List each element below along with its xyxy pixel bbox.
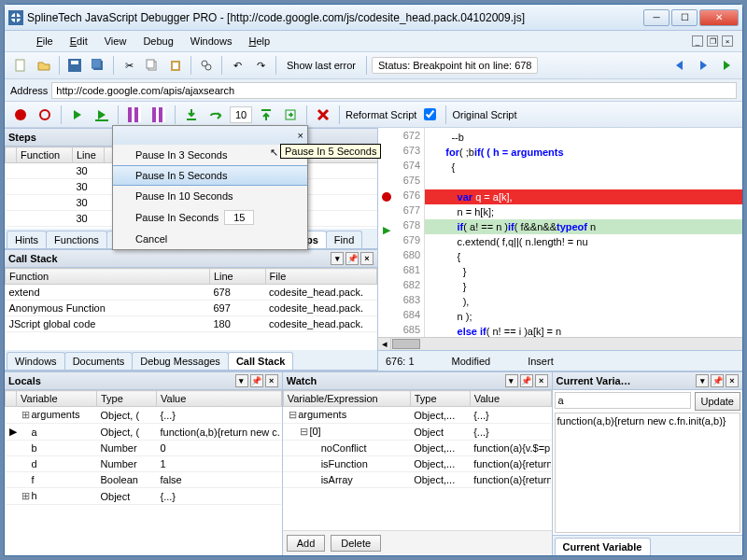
line-number-gutter: 6726736746756766776786796806816826836846… — [395, 128, 425, 337]
new-file-icon[interactable] — [10, 55, 31, 76]
panel-pin-icon[interactable]: 📌 — [711, 374, 724, 387]
redo-icon[interactable]: ↷ — [250, 55, 271, 76]
panel-close-icon[interactable]: × — [360, 252, 374, 265]
pause-10s-item[interactable]: Pause In 10 Seconds — [113, 186, 307, 206]
tab-windows[interactable]: Windows — [7, 352, 65, 370]
paste-icon[interactable] — [165, 55, 186, 76]
mdi-close-button[interactable]: × — [722, 35, 733, 47]
callstack-table[interactable]: FunctionLineFile extend678codesite_head.… — [5, 268, 377, 332]
curvar-update-button[interactable]: Update — [695, 392, 740, 411]
panel-menu-icon[interactable]: ▾ — [696, 374, 709, 387]
original-script-label[interactable]: Original Script — [452, 109, 516, 120]
tab-documents[interactable]: Documents — [64, 352, 134, 370]
main-toolbar: ✂ ↶ ↷ Show last error Status: Breakpoint… — [5, 51, 742, 79]
panel-close-icon[interactable]: × — [535, 374, 548, 387]
watch-delete-button[interactable]: Delete — [331, 535, 381, 552]
copy-icon[interactable] — [142, 55, 162, 76]
open-file-icon[interactable] — [34, 55, 54, 76]
step-return-icon[interactable] — [280, 105, 301, 125]
locals-table[interactable]: VariableTypeValue ⊞argumentsObject, ({..… — [5, 390, 282, 505]
table-row[interactable]: noConflictObject,...function(a){v.$=p;..… — [283, 441, 551, 456]
table-row[interactable]: extend678codesite_head.pack. — [6, 285, 377, 301]
panel-menu-icon[interactable]: ▾ — [235, 374, 248, 387]
breakpoint-gutter[interactable]: ▶ — [378, 128, 395, 337]
maximize-button[interactable]: ☐ — [671, 9, 698, 26]
table-row[interactable]: ⊞hObject{...} — [6, 488, 282, 505]
col-cs-line[interactable]: Line — [209, 269, 265, 285]
col-cs-file[interactable]: File — [265, 269, 376, 285]
table-row[interactable]: isFunctionObject,...function(a){return .… — [283, 456, 551, 472]
step-out-icon[interactable] — [256, 105, 276, 125]
col-cs-function[interactable]: Function — [6, 269, 210, 285]
menu-edit[interactable]: Edit — [63, 34, 95, 49]
watch-table[interactable]: Variable/ExpressionTypeValue ⊟argumentsO… — [283, 390, 552, 488]
table-row[interactable]: fBooleanfalse — [6, 472, 282, 488]
tab-debug-messages[interactable]: Debug Messages — [132, 352, 229, 370]
tab-call-stack[interactable]: Call Stack — [228, 352, 294, 370]
record-icon[interactable] — [10, 105, 31, 125]
status-text: Status: Breakpoint hit on line: 678 — [372, 57, 539, 74]
menu-help[interactable]: Help — [241, 34, 277, 49]
col-line[interactable]: Line — [73, 147, 105, 163]
stop-icon[interactable] — [313, 105, 333, 125]
show-last-error-button[interactable]: Show last error — [281, 58, 361, 73]
mdi-restore-button[interactable]: ❐ — [707, 35, 718, 47]
minimize-button[interactable]: ─ — [643, 9, 669, 26]
pause-timed-icon[interactable] — [148, 105, 169, 125]
table-row[interactable]: Anonymous Function697codesite_head.pack. — [6, 301, 377, 316]
record-outline-icon[interactable] — [35, 105, 55, 125]
menu-file[interactable]: File — [29, 34, 61, 49]
pause-seconds-label: Pause In Seconds — [135, 212, 218, 223]
code-lines[interactable]: --b for( ;bif( ( h = arguments { var q =… — [425, 128, 742, 337]
save-all-icon[interactable] — [88, 55, 108, 76]
menu-windows[interactable]: Windows — [183, 34, 240, 49]
panel-menu-icon[interactable]: ▾ — [331, 252, 344, 265]
nav-back-icon[interactable] — [669, 55, 690, 76]
run-marker-icon[interactable] — [92, 105, 112, 125]
pause-menu-close-icon[interactable]: × — [298, 130, 303, 141]
pause-seconds-input[interactable] — [224, 210, 254, 225]
step-into-icon[interactable] — [181, 105, 202, 125]
panel-close-icon[interactable]: × — [265, 374, 278, 387]
reformat-script-checkbox[interactable] — [424, 108, 436, 120]
table-row[interactable]: ⊟[0]Object{...} — [283, 424, 551, 441]
pause-cancel-item[interactable]: Cancel — [113, 229, 307, 249]
save-icon[interactable] — [64, 55, 85, 76]
undo-icon[interactable]: ↶ — [227, 55, 247, 76]
table-row[interactable]: JScript global code180codesite_head.pack… — [6, 316, 377, 332]
nav-go-icon[interactable] — [716, 55, 737, 76]
step-count-field[interactable]: 10 — [230, 106, 252, 123]
tab-hints[interactable]: Hints — [7, 231, 47, 248]
col-function[interactable]: Function — [17, 147, 73, 163]
step-over-icon[interactable] — [205, 105, 226, 125]
watch-add-button[interactable]: Add — [287, 535, 326, 552]
pause-icon[interactable] — [124, 105, 145, 125]
cut-icon[interactable]: ✂ — [119, 55, 139, 76]
table-row[interactable]: isArrayObject,...function(a){return ... — [283, 472, 551, 488]
table-row[interactable]: ⊟argumentsObject,...{...} — [283, 407, 551, 424]
mdi-minimize-button[interactable]: _ — [692, 35, 703, 47]
close-button[interactable]: ✕ — [699, 9, 739, 26]
nav-forward-icon[interactable] — [693, 55, 713, 76]
panel-close-icon[interactable]: × — [726, 374, 739, 387]
find-icon[interactable] — [196, 55, 217, 76]
curvar-name-input[interactable] — [555, 392, 691, 409]
menu-debug[interactable]: Debug — [135, 34, 180, 49]
tab-functions[interactable]: Functions — [46, 231, 107, 248]
panel-pin-icon[interactable]: 📌 — [520, 374, 533, 387]
pause-5s-item[interactable]: Pause In 5 Seconds — [113, 165, 307, 186]
panel-pin-icon[interactable]: 📌 — [345, 252, 359, 265]
run-icon[interactable] — [67, 105, 88, 125]
table-row[interactable]: bNumber0 — [6, 441, 282, 456]
table-row[interactable]: ▶aObject, (function(a,b){return new c. — [6, 424, 282, 441]
tab-current-variable[interactable]: Current Variable — [555, 538, 651, 555]
code-editor[interactable]: ▶ 67267367467567667767867968068168268368… — [378, 128, 742, 337]
horizontal-scrollbar[interactable]: ◂ — [378, 337, 742, 350]
panel-menu-icon[interactable]: ▾ — [505, 374, 518, 387]
address-input[interactable] — [51, 82, 737, 99]
table-row[interactable]: ⊞argumentsObject, ({...} — [6, 407, 282, 424]
table-row[interactable]: dNumber1 — [6, 456, 282, 472]
tab-find[interactable]: Find — [326, 231, 362, 248]
menu-view[interactable]: View — [97, 34, 134, 49]
panel-pin-icon[interactable]: 📌 — [250, 374, 263, 387]
